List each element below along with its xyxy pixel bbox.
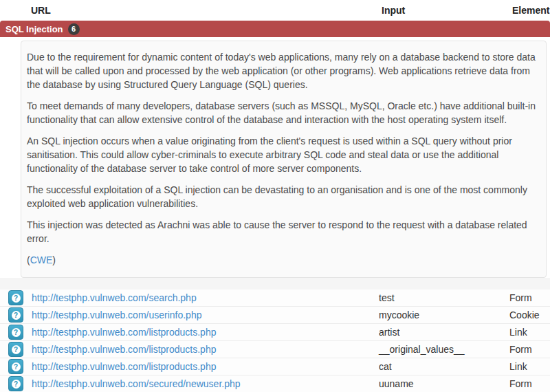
issue-type-banner[interactable]: SQL Injection 6 bbox=[0, 21, 550, 37]
question-icon: ? bbox=[12, 380, 21, 389]
question-icon: ? bbox=[12, 362, 21, 371]
issue-input-value: artist bbox=[379, 327, 509, 338]
issue-element-type: Cookie bbox=[509, 309, 550, 320]
cwe-suffix: ) bbox=[52, 254, 56, 265]
issue-url-link[interactable]: http://testphp.vulnweb.com/secured/newus… bbox=[32, 378, 379, 389]
issue-row-icon-cell: ? bbox=[0, 307, 32, 323]
description-paragraph: An SQL injection occurs when a value ori… bbox=[27, 134, 536, 175]
issue-element-type: Form bbox=[509, 378, 550, 389]
question-icon: ? bbox=[12, 294, 21, 303]
issue-row-icon-cell: ? bbox=[0, 290, 32, 305]
issue-input-value: __original_values__ bbox=[379, 344, 509, 355]
issues-list: ? http://testphp.vulnweb.com/search.php … bbox=[0, 290, 550, 392]
issue-input-value: uuname bbox=[379, 378, 509, 389]
issue-element-type: Form bbox=[509, 344, 550, 355]
issue-details-button[interactable]: ? bbox=[8, 376, 23, 391]
issue-input-value: mycookie bbox=[379, 309, 509, 320]
question-icon: ? bbox=[12, 328, 21, 337]
issue-url-link[interactable]: http://testphp.vulnweb.com/listproducts.… bbox=[32, 361, 379, 372]
issue-row-icon-cell: ? bbox=[0, 376, 32, 391]
issue-row[interactable]: ? http://testphp.vulnweb.com/userinfo.ph… bbox=[0, 307, 550, 324]
question-icon: ? bbox=[12, 345, 21, 354]
issue-row[interactable]: ? http://testphp.vulnweb.com/secured/new… bbox=[0, 375, 550, 392]
issue-details-button[interactable]: ? bbox=[8, 342, 23, 357]
issue-element-type: Form bbox=[509, 292, 550, 303]
issue-row[interactable]: ? http://testphp.vulnweb.com/search.php … bbox=[0, 290, 550, 307]
issue-row[interactable]: ? http://testphp.vulnweb.com/listproduct… bbox=[0, 324, 550, 341]
description-paragraph: To meet demands of many developers, data… bbox=[27, 99, 536, 127]
issue-element-type: Link bbox=[509, 361, 550, 372]
column-header-element: Element bbox=[512, 5, 550, 16]
section-spacer bbox=[0, 278, 550, 290]
issue-input-value: test bbox=[379, 292, 509, 303]
issue-details-button[interactable]: ? bbox=[8, 359, 23, 374]
column-header-input: Input bbox=[382, 5, 512, 16]
description-paragraph: The successful exploitation of a SQL inj… bbox=[27, 183, 536, 210]
question-icon: ? bbox=[12, 311, 21, 320]
cwe-reference: (CWE) bbox=[27, 253, 536, 267]
issue-url-link[interactable]: http://testphp.vulnweb.com/listproducts.… bbox=[32, 327, 379, 338]
issue-row[interactable]: ? http://testphp.vulnweb.com/listproduct… bbox=[0, 341, 550, 358]
column-header-url: URL bbox=[0, 5, 382, 16]
issue-url-link[interactable]: http://testphp.vulnweb.com/userinfo.php bbox=[32, 309, 379, 320]
issues-table-header: URL Input Element bbox=[0, 0, 550, 21]
issue-element-type: Link bbox=[509, 327, 550, 338]
issue-count-badge: 6 bbox=[68, 23, 80, 35]
issue-type-title: SQL Injection bbox=[6, 24, 63, 34]
cwe-link[interactable]: CWE bbox=[30, 254, 53, 265]
issue-details-button[interactable]: ? bbox=[8, 307, 23, 323]
issue-row[interactable]: ? http://testphp.vulnweb.com/listproduct… bbox=[0, 358, 550, 375]
issue-row-icon-cell: ? bbox=[0, 359, 32, 374]
issue-input-value: cat bbox=[379, 361, 509, 372]
description-paragraph: This injection was detected as Arachni w… bbox=[27, 218, 536, 246]
issue-url-link[interactable]: http://testphp.vulnweb.com/search.php bbox=[32, 292, 379, 303]
description-paragraph: Due to the requirement for dynamic conte… bbox=[27, 50, 536, 91]
issue-row-icon-cell: ? bbox=[0, 342, 32, 357]
issue-description-panel: Due to the requirement for dynamic conte… bbox=[21, 41, 547, 278]
issue-details-button[interactable]: ? bbox=[8, 290, 23, 305]
issue-details-button[interactable]: ? bbox=[8, 325, 23, 340]
issue-url-link[interactable]: http://testphp.vulnweb.com/listproducts.… bbox=[32, 344, 379, 355]
issue-row-icon-cell: ? bbox=[0, 325, 32, 340]
